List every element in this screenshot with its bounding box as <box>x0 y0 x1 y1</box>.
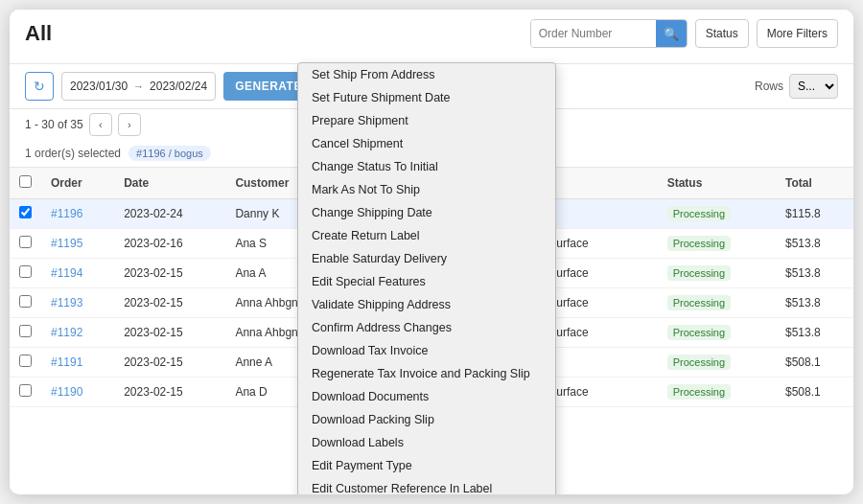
row-date: 2023-02-15 <box>114 259 225 288</box>
row-checkbox[interactable] <box>19 236 32 248</box>
search-button[interactable]: 🔍 <box>656 20 687 47</box>
row-checkbox[interactable] <box>19 265 32 278</box>
row-checkbox-cell <box>10 259 41 288</box>
th-date: Date <box>114 168 225 199</box>
rows-select[interactable]: S... 25 50 100 <box>789 74 838 99</box>
row-total: $508.1 <box>776 378 853 407</box>
order-link[interactable]: #1190 <box>51 385 82 399</box>
order-link[interactable]: #1194 <box>51 266 82 280</box>
more-filters-button[interactable]: More Filters <box>757 19 838 48</box>
row-checkbox-cell <box>10 348 41 378</box>
status-badge: Processing <box>667 265 731 281</box>
row-total: $508.1 <box>776 348 853 378</box>
row-order: #1190 <box>41 378 114 407</box>
refresh-icon: ↻ <box>34 79 45 94</box>
th-total: Total <box>776 168 853 199</box>
dropdown-item[interactable]: Prepare Shipment <box>298 109 555 132</box>
th-checkbox <box>10 168 41 199</box>
dropdown-item[interactable]: Enable Saturday Delivery <box>298 247 555 270</box>
dropdown-item[interactable]: Regenerate Tax Invoice and Packing Slip <box>298 362 555 385</box>
row-order: #1193 <box>41 288 114 318</box>
row-date: 2023-02-15 <box>114 318 225 348</box>
rows-label: Rows <box>755 80 783 93</box>
dropdown-item[interactable]: Set Ship From Address <box>298 63 555 86</box>
row-total: $115.8 <box>776 199 853 229</box>
main-window: All 🔍 Status More Filters ↻ 2023/01/30 →… <box>10 10 853 494</box>
order-link[interactable]: #1191 <box>51 355 82 369</box>
row-checkbox[interactable] <box>19 384 32 397</box>
row-total: $513.8 <box>776 288 853 318</box>
row-date: 2023-02-16 <box>114 229 225 259</box>
row-status: Processing <box>658 288 776 318</box>
dropdown-item[interactable]: Cancel Shipment <box>298 132 555 155</box>
dropdown-item[interactable]: Change Shipping Date <box>298 201 555 224</box>
row-total: $513.8 <box>776 259 853 288</box>
row-order: #1195 <box>41 229 114 259</box>
th-status: Status <box>658 168 776 199</box>
row-checkbox[interactable] <box>19 295 32 308</box>
context-dropdown-menu: Set Ship From AddressSet Future Shipment… <box>297 62 556 494</box>
dropdown-item[interactable]: Download Labels <box>298 431 555 454</box>
row-checkbox-cell <box>10 229 41 259</box>
row-status: Processing <box>658 318 776 348</box>
row-total: $513.8 <box>776 318 853 348</box>
dropdown-item[interactable]: Edit Payment Type <box>298 454 555 477</box>
status-badge: Processing <box>667 236 731 251</box>
row-order: #1192 <box>41 318 114 348</box>
dropdown-item[interactable]: Mark As Not To Ship <box>298 178 555 201</box>
date-from: 2023/01/30 <box>70 80 128 93</box>
row-order: #1196 <box>41 199 114 229</box>
row-order: #1191 <box>41 348 114 378</box>
header-filters: 🔍 Status More Filters <box>530 19 838 48</box>
prev-page-button[interactable]: ‹ <box>89 113 112 136</box>
dropdown-item[interactable]: Create Return Label <box>298 224 555 247</box>
order-link[interactable]: #1193 <box>51 296 82 309</box>
page-title: All <box>25 21 52 46</box>
selected-count: 1 order(s) selected <box>25 147 121 160</box>
row-checkbox[interactable] <box>19 325 32 337</box>
status-badge: Processing <box>667 384 731 400</box>
order-link[interactable]: #1192 <box>51 326 82 339</box>
header: All 🔍 Status More Filters <box>10 10 853 64</box>
status-badge: Processing <box>667 295 731 310</box>
row-status: Processing <box>658 378 776 407</box>
rows-control: Rows S... 25 50 100 <box>755 74 838 99</box>
dropdown-item[interactable]: Edit Special Features <box>298 270 555 293</box>
row-date: 2023-02-15 <box>114 288 225 318</box>
status-badge: Processing <box>667 206 731 221</box>
row-date: 2023-02-15 <box>114 378 225 407</box>
dropdown-item[interactable]: Change Status To Initial <box>298 155 555 178</box>
status-badge: Processing <box>667 325 731 340</box>
row-date: 2023-02-15 <box>114 348 225 378</box>
dropdown-item[interactable]: Download Packing Slip <box>298 408 555 431</box>
order-link[interactable]: #1195 <box>51 237 82 250</box>
row-checkbox[interactable] <box>19 355 32 367</box>
search-input[interactable] <box>531 20 656 47</box>
pagination-range: 1 - 30 of 35 <box>25 118 83 131</box>
row-status: Processing <box>658 348 776 378</box>
next-page-button[interactable]: › <box>118 113 141 136</box>
row-order: #1194 <box>41 259 114 288</box>
status-filter-button[interactable]: Status <box>695 19 749 48</box>
dropdown-item[interactable]: Validate Shipping Address <box>298 293 555 316</box>
th-order: Order <box>41 168 114 199</box>
dropdown-item[interactable]: Download Documents <box>298 385 555 408</box>
dropdown-item[interactable]: Edit Customer Reference In Label <box>298 477 555 494</box>
row-date: 2023-02-24 <box>114 199 225 229</box>
select-all-checkbox[interactable] <box>19 175 32 188</box>
row-checkbox[interactable] <box>19 206 32 218</box>
selected-badge: #1196 / bogus <box>128 146 211 161</box>
order-link[interactable]: #1196 <box>51 207 82 220</box>
row-status: Processing <box>658 229 776 259</box>
row-checkbox-cell <box>10 199 41 229</box>
date-to: 2023/02/24 <box>150 80 207 93</box>
row-status: Processing <box>658 199 776 229</box>
refresh-button[interactable]: ↻ <box>25 72 54 101</box>
dropdown-item[interactable]: Confirm Address Changes <box>298 316 555 339</box>
search-box: 🔍 <box>530 19 688 48</box>
dropdown-item[interactable]: Set Future Shipment Date <box>298 86 555 109</box>
status-badge: Processing <box>667 355 731 370</box>
row-checkbox-cell <box>10 288 41 318</box>
row-checkbox-cell <box>10 318 41 348</box>
dropdown-item[interactable]: Download Tax Invoice <box>298 339 555 362</box>
